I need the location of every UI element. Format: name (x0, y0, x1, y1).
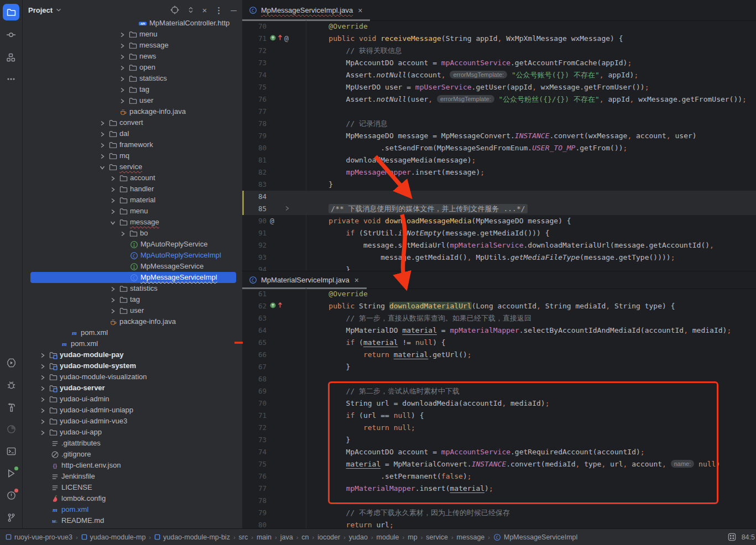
breadcrumb-yudao[interactable]: yudao (349, 533, 368, 541)
editor1-code[interactable]: 70 @Override71@ public void receiveMessa… (242, 20, 756, 271)
tree-item-package-info.java[interactable]: package-info.java (23, 106, 242, 117)
tree-item-material[interactable]: material (23, 195, 242, 206)
tree-chevron-icon[interactable] (108, 207, 117, 216)
tree-item-MpAutoReplyServiceImpl[interactable]: CMpAutoReplyServiceImpl (23, 250, 242, 261)
tree-chevron-icon[interactable] (118, 97, 127, 106)
tree-item-yudao-ui-admin-uniapp[interactable]: yudao-ui-admin-uniapp (23, 405, 242, 416)
tree-item-MpMessageServiceImpl[interactable]: CMpMessageServiceImpl (23, 272, 242, 283)
code-line-78[interactable]: 78 (242, 495, 756, 507)
tree-item-tag[interactable]: tag (23, 294, 242, 305)
code-line-77[interactable]: 77 mpMaterialMapper.insert(material); (242, 483, 756, 495)
tree-item-statistics[interactable]: statistics (23, 283, 242, 294)
code-line-74[interactable]: 74 MpAccountDO account = mpAccountServic… (242, 446, 756, 458)
tree-chevron-icon[interactable] (38, 384, 47, 393)
tree-item-account[interactable]: account (23, 172, 242, 184)
run-tool-icon[interactable] (0, 354, 22, 371)
code-line-73[interactable]: 73 MpAccountDO account = mpAccountServic… (242, 57, 756, 69)
services-tool-icon[interactable] (0, 465, 22, 481)
code-line-93[interactable]: 93 message.getMediaId(), MpUtils.getMedi… (242, 251, 756, 264)
tree-item-Jenkinsfile[interactable]: Jenkinsfile (23, 471, 242, 482)
breadcrumb-iocoder[interactable]: iocoder (317, 533, 340, 541)
tree-item-pom.xml[interactable]: mpom.xml (23, 338, 242, 349)
tree-chevron-icon[interactable] (38, 395, 47, 404)
tree-chevron-icon[interactable] (98, 141, 107, 150)
breadcrumb-MpMessageServiceImpl[interactable]: CMpMessageServiceImpl (493, 533, 577, 541)
tree-item-dal[interactable]: dal (23, 128, 242, 139)
project-panel-title[interactable]: Project (28, 6, 53, 14)
tree-item-handler[interactable]: handler (23, 184, 242, 195)
tree-chevron-icon[interactable] (108, 174, 117, 183)
overrides-icon[interactable] (270, 300, 276, 312)
close-tab-icon[interactable]: × (354, 276, 359, 285)
tree-item-user[interactable]: user (23, 95, 242, 106)
code-line-76[interactable]: 76 Assert.notNull(user, errorMsgTemplate… (242, 93, 756, 106)
tree-item-tag[interactable]: tag (23, 84, 242, 95)
tree-chevron-icon[interactable] (108, 185, 117, 194)
hide-panel-icon[interactable]: ─ (231, 6, 237, 14)
tree-item-LICENSE[interactable]: LICENSE (23, 482, 242, 493)
code-line-78[interactable]: 78 // 记录消息 (242, 118, 756, 130)
code-line-73[interactable]: 73 } (242, 434, 756, 446)
code-line-61[interactable]: 61 @Override (242, 288, 756, 300)
code-line-83[interactable]: 83 } (242, 179, 756, 191)
debug-tool-icon[interactable] (0, 376, 22, 393)
code-line-91[interactable]: 91 if (StrUtil.isNotEmpty(message.getMed… (242, 227, 756, 239)
code-line-81[interactable]: 81 downloadMessageMedia(message); (242, 154, 756, 166)
tree-item-yudao-module-pay[interactable]: yudao-module-pay (23, 349, 242, 360)
code-line-71[interactable]: 71@ public void receiveMessage(String ap… (242, 33, 756, 45)
code-line-74[interactable]: 74 Assert.notNull(account, errorMsgTempl… (242, 69, 756, 81)
tree-item-yudao-ui-admin-vue3[interactable]: yudao-ui-admin-vue3 (23, 416, 242, 427)
tree-chevron-icon[interactable] (108, 285, 117, 294)
code-line-62[interactable]: 62 public String downloadMaterialUrl(Lon… (242, 300, 756, 312)
breadcrumb-yudao-module-mp[interactable]: yudao-module-mp (81, 533, 146, 541)
tree-item-menu[interactable]: menu (23, 206, 242, 217)
tree-chevron-icon[interactable] (118, 53, 127, 61)
overrides-icon[interactable] (270, 33, 276, 45)
tree-item-statistics[interactable]: statistics (23, 73, 242, 84)
editor1-tab[interactable]: C MpMessageServiceImpl.java × (243, 0, 369, 20)
tree-item-news[interactable]: news (23, 51, 242, 62)
code-line-90[interactable]: 90@ private void downloadMessageMedia(Mp… (242, 215, 756, 227)
build-tool-icon[interactable] (0, 399, 22, 415)
code-line-70[interactable]: 70 String url = downloadMedia(accountId,… (242, 397, 756, 410)
tree-item-convert[interactable]: convert (23, 117, 242, 128)
tree-item-message[interactable]: message (23, 40, 242, 51)
breadcrumb-mp[interactable]: mp (408, 533, 417, 541)
code-line-79[interactable]: 79 MpMessageDO message = MpMessageConver… (242, 130, 756, 142)
tree-chevron-icon[interactable] (98, 152, 107, 161)
collapse-all-icon[interactable]: × (202, 6, 207, 14)
code-line-71[interactable]: 71 if (url == null) { (242, 410, 756, 422)
tree-item-yudao-server[interactable]: yudao-server (23, 382, 242, 394)
tree-chevron-icon[interactable] (118, 64, 127, 72)
code-line-69[interactable]: 69 // 第二步，尝试从临时素材中下载 (242, 385, 756, 397)
code-line-94[interactable]: 94 } (242, 264, 756, 271)
code-line-66[interactable]: 66 return material.getUrl(); (242, 349, 756, 361)
breadcrumb-ruoyi-vue-pro-vue3[interactable]: ruoyi-vue-pro-vue3 (6, 533, 72, 541)
code-line-75[interactable]: 75 MpUserDO user = mpUserService.getUser… (242, 81, 756, 93)
tree-item-bo[interactable]: bo (23, 228, 242, 239)
tree-chevron-icon[interactable] (118, 229, 127, 238)
tree-chevron-icon[interactable] (98, 163, 107, 172)
tree-chevron-icon[interactable] (38, 428, 47, 437)
tree-chevron-icon[interactable] (118, 30, 127, 39)
problems-tool-icon[interactable] (0, 487, 22, 504)
tree-chevron-icon[interactable] (118, 75, 127, 83)
tree-item-yudao-module-system[interactable]: yudao-module-system (23, 360, 242, 371)
more-tool-windows-icon[interactable] (0, 71, 22, 87)
code-line-82[interactable]: 82 mpMessageMapper.insert(message); (242, 166, 756, 179)
expand-collapse-icon[interactable] (187, 6, 195, 14)
code-line-92[interactable]: 92 message.setMediaUrl(mpMaterialService… (242, 239, 756, 251)
tree-item-open[interactable]: open (23, 62, 242, 73)
code-line-84[interactable]: 84 (242, 191, 756, 203)
tree-item-.gitattributes[interactable]: .gitattributes (23, 438, 242, 449)
code-line-65[interactable]: 65 if (material != null) { (242, 337, 756, 349)
breadcrumb-service[interactable]: service (426, 533, 448, 541)
breadcrumb-java[interactable]: java (280, 533, 293, 541)
breadcrumb-src[interactable]: src (239, 533, 248, 541)
tree-item-http-client.env.json[interactable]: {}http-client.env.json (23, 460, 242, 471)
tree-chevron-icon[interactable] (108, 307, 117, 316)
tree-item-message[interactable]: message (23, 217, 242, 228)
project-tool-icon[interactable] (3, 4, 19, 20)
commit-tool-icon[interactable] (0, 27, 22, 43)
code-line-70[interactable]: 70 @Override (242, 20, 756, 33)
